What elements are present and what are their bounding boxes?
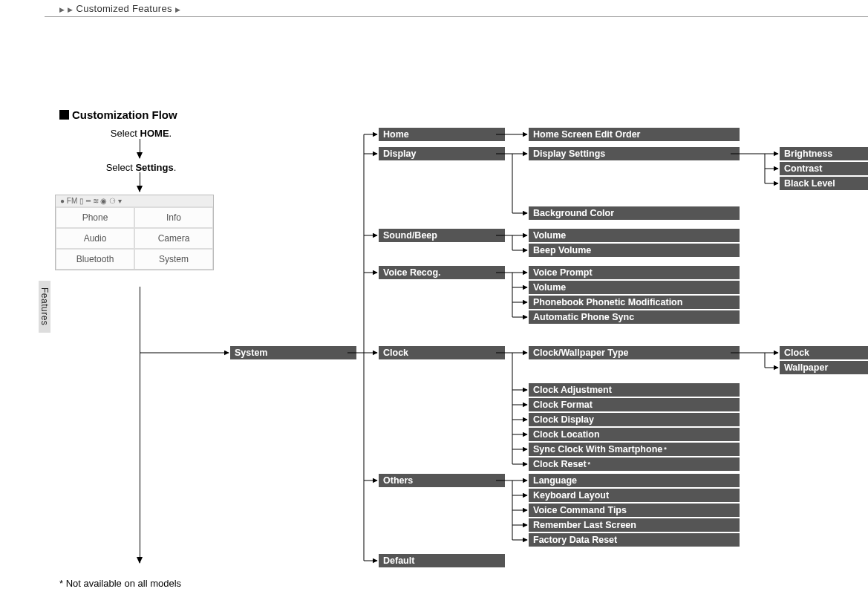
flow-connectors [0, 0, 868, 606]
footnote: * Not available on all models [59, 578, 181, 589]
